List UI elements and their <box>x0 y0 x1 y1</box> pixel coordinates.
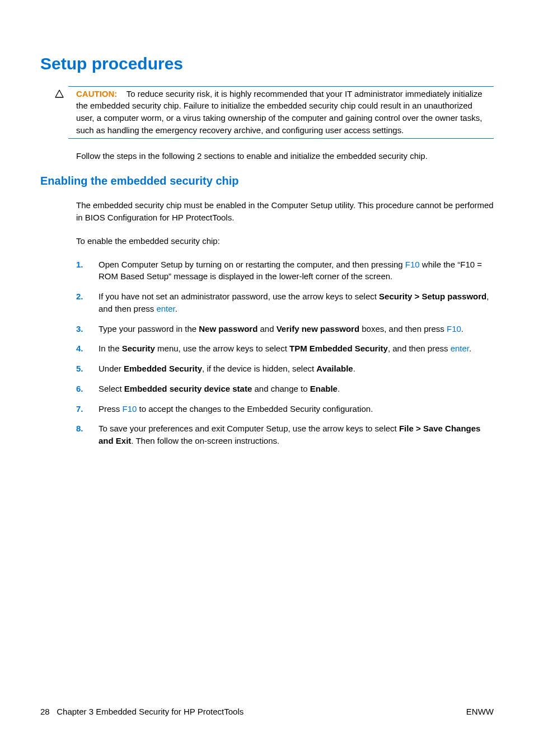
list-item: 4. In the Security menu, use the arrow k… <box>76 342 494 355</box>
list-body: Under Embedded Security, if the device i… <box>99 363 494 375</box>
list-body: To save your preferences and exit Comput… <box>99 422 494 447</box>
list-item: 8. To save your preferences and exit Com… <box>76 422 494 447</box>
list-body: In the Security menu, use the arrow keys… <box>99 342 494 355</box>
list-number: 5. <box>76 363 99 375</box>
list-number: 2. <box>76 290 99 315</box>
list-number: 1. <box>76 259 99 283</box>
section-para-2: To enable the embedded security chip: <box>76 235 494 247</box>
chapter-label: Chapter 3 Embedded Security for HP Prote… <box>57 707 243 716</box>
list-number: 6. <box>76 383 99 395</box>
list-body: Open Computer Setup by turning on or res… <box>99 259 494 283</box>
steps-list: 1. Open Computer Setup by turning on or … <box>76 259 494 447</box>
key-enter: enter <box>451 344 469 353</box>
key-f10: F10 <box>447 324 461 334</box>
list-item: 3. Type your password in the New passwor… <box>76 323 494 335</box>
caution-box: CAUTION: To reduce security risk, it is … <box>68 86 494 139</box>
list-body: Type your password in the New password a… <box>99 323 494 335</box>
caution-body-text: To reduce security risk, it is highly re… <box>76 89 483 135</box>
list-number: 8. <box>76 422 99 447</box>
section-heading: Enabling the embedded security chip <box>40 173 494 189</box>
list-number: 4. <box>76 342 99 355</box>
list-item: 6. Select Embedded security device state… <box>76 383 494 395</box>
caution-label: CAUTION: <box>76 89 117 98</box>
section-para-1: The embedded security chip must be enabl… <box>76 199 494 224</box>
key-f10: F10 <box>405 260 420 269</box>
list-item: 5. Under Embedded Security, if the devic… <box>76 363 494 375</box>
page-title: Setup procedures <box>40 51 494 76</box>
list-body: Select Embedded security device state an… <box>99 383 494 395</box>
page-footer: 28 Chapter 3 Embedded Security for HP Pr… <box>40 706 494 718</box>
page-number: 28 <box>40 707 50 716</box>
key-f10: F10 <box>123 404 137 414</box>
list-number: 7. <box>76 403 99 415</box>
caution-text: CAUTION: To reduce security risk, it is … <box>68 88 494 137</box>
list-body: Press F10 to accept the changes to the E… <box>99 403 494 415</box>
list-item: 2. If you have not set an administrator … <box>76 290 494 315</box>
list-body: If you have not set an administrator pas… <box>99 290 494 315</box>
intro-paragraph: Follow the steps in the following 2 sect… <box>76 150 494 162</box>
key-enter: enter <box>156 304 175 313</box>
list-number: 3. <box>76 323 99 335</box>
list-item: 7. Press F10 to accept the changes to th… <box>76 403 494 415</box>
list-item: 1. Open Computer Setup by turning on or … <box>76 259 494 283</box>
footer-right: ENWW <box>466 706 494 718</box>
caution-body <box>120 89 127 98</box>
footer-left: 28 Chapter 3 Embedded Security for HP Pr… <box>40 706 243 718</box>
caution-triangle-icon <box>55 89 64 98</box>
